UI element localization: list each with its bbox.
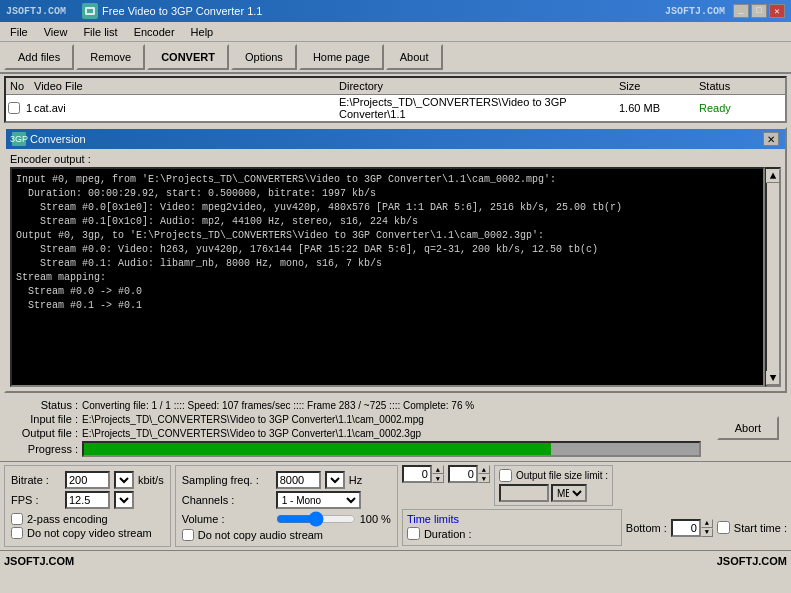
- twopass-label: 2-pass encoding: [27, 513, 108, 525]
- fps-input[interactable]: [65, 491, 110, 509]
- close-button[interactable]: ✕: [769, 4, 785, 18]
- volume-label: Volume :: [182, 513, 272, 525]
- bottom-brand-left: JSOFTJ.COM: [4, 555, 74, 567]
- progress-bar-fill: [84, 443, 551, 455]
- duration-checkbox[interactable]: [407, 527, 420, 540]
- file-size-input[interactable]: [499, 484, 549, 502]
- menu-encoder[interactable]: Encoder: [126, 24, 183, 40]
- top-spinboxes: ▲ ▼ ▲ ▼: [402, 465, 490, 483]
- bottom-spin-box: ▲ ▼: [671, 519, 713, 537]
- add-files-button[interactable]: Add files: [4, 44, 74, 70]
- bottom-spin-input[interactable]: [671, 519, 701, 537]
- dialog-title-bar: 3GP Conversion ✕: [6, 129, 785, 149]
- bitrate-unit: kbit/s: [138, 474, 164, 486]
- duration-label: Duration :: [424, 528, 472, 540]
- col-size: Size: [615, 80, 695, 92]
- menu-filelist[interactable]: File list: [75, 24, 125, 40]
- channels-select[interactable]: 1 - Mono: [276, 491, 361, 509]
- maximize-button[interactable]: □: [751, 4, 767, 18]
- time-limits-group: Time limits Duration :: [402, 509, 622, 546]
- title-bar-brand-left: JSOFTJ.COM: [6, 6, 66, 17]
- col-status: Status: [695, 80, 765, 92]
- svg-rect-1: [87, 9, 93, 13]
- menu-bar: File View File list Encoder Help: [0, 22, 791, 42]
- minimize-button[interactable]: _: [733, 4, 749, 18]
- nocopy-video-checkbox[interactable]: [11, 527, 23, 539]
- row-size: 1.60 MB: [615, 102, 695, 114]
- right-settings: ▲ ▼ ▲ ▼ Output file size limit :: [402, 465, 787, 547]
- encoder-output[interactable]: Input #0, mpeg, from 'E:\Projects_TD\_CO…: [10, 167, 765, 387]
- sampling-unit: Hz: [349, 474, 362, 486]
- dialog-body: Encoder output : Input #0, mpeg, from 'E…: [6, 149, 785, 391]
- spin-box-1: ▲ ▼: [402, 465, 444, 483]
- start-time-checkbox[interactable]: [717, 521, 730, 534]
- scroll-down-button[interactable]: ▼: [766, 371, 780, 385]
- status-label: Status :: [8, 399, 78, 411]
- start-time-group: Start time :: [717, 521, 787, 534]
- abort-button[interactable]: Abort: [717, 416, 779, 440]
- bottom-spinbox-group: Bottom : ▲ ▼: [626, 519, 713, 537]
- title-bar-brand-right: JSOFTJ.COM: [665, 6, 725, 17]
- spin-up-2[interactable]: ▲: [478, 465, 490, 474]
- bitrate-select[interactable]: ▼: [114, 471, 134, 489]
- dialog-icon: 3GP: [12, 132, 26, 146]
- bottom-label: Bottom :: [626, 522, 667, 534]
- scroll-up-button[interactable]: ▲: [766, 169, 780, 183]
- mb-select[interactable]: MB: [551, 484, 587, 502]
- sampling-label: Sampling freq. :: [182, 474, 272, 486]
- video-settings-group: Bitrate : ▼ kbit/s FPS : ▼ 2-pass encodi…: [4, 465, 171, 547]
- progress-label: Progress :: [8, 443, 78, 455]
- convert-button[interactable]: CONVERT: [147, 44, 229, 70]
- output-size-group: Output file size limit : MB: [494, 465, 613, 506]
- output-size-checkbox[interactable]: [499, 469, 512, 482]
- nocopy-video-label: Do not copy video stream: [27, 527, 152, 539]
- bottom-spin-up[interactable]: ▲: [701, 519, 713, 528]
- twopass-checkbox[interactable]: [11, 513, 23, 525]
- table-row[interactable]: 1 cat.avi E:\Projects_TD\_CONVERTERS\Vid…: [6, 95, 785, 121]
- conversion-dialog: 3GP Conversion ✕ Encoder output : Input …: [4, 127, 787, 393]
- app-icon: [82, 3, 98, 19]
- col-file: Video File: [30, 80, 335, 92]
- progress-bar-container: [82, 441, 701, 457]
- about-button[interactable]: About: [386, 44, 443, 70]
- row-dir: E:\Projects_TD\_CONVERTERS\Video to 3GP …: [335, 96, 615, 120]
- homepage-button[interactable]: Home page: [299, 44, 384, 70]
- nocopy-audio-checkbox[interactable]: [182, 529, 194, 541]
- menu-help[interactable]: Help: [183, 24, 222, 40]
- file-table: No Video File Directory Size Status 1 ca…: [4, 76, 787, 123]
- bitrate-label: Bitrate :: [11, 474, 61, 486]
- menu-view[interactable]: View: [36, 24, 76, 40]
- row-status: Ready: [695, 102, 765, 114]
- col-scroll: [765, 80, 785, 92]
- start-time-label: Start time :: [734, 522, 787, 534]
- bottom-brand-right: JSOFTJ.COM: [717, 555, 787, 567]
- volume-slider[interactable]: [276, 511, 356, 527]
- fps-select[interactable]: ▼: [114, 491, 134, 509]
- file-table-header: No Video File Directory Size Status: [6, 78, 785, 95]
- sampling-input[interactable]: [276, 471, 321, 489]
- options-button[interactable]: Options: [231, 44, 297, 70]
- spin-up-1[interactable]: ▲: [432, 465, 444, 474]
- row-no: 1: [6, 102, 30, 114]
- menu-file[interactable]: File: [2, 24, 36, 40]
- input-label: Input file :: [8, 413, 78, 425]
- dialog-close-button[interactable]: ✕: [763, 132, 779, 146]
- time-limits-title: Time limits: [407, 513, 617, 525]
- remove-button[interactable]: Remove: [76, 44, 145, 70]
- conversion-dialog-container: 3GP Conversion ✕ Encoder output : Input …: [0, 125, 791, 395]
- spin-down-2[interactable]: ▼: [478, 474, 490, 483]
- spin-down-1[interactable]: ▼: [432, 474, 444, 483]
- col-dir: Directory: [335, 80, 615, 92]
- row-checkbox[interactable]: [8, 102, 20, 114]
- row-file: cat.avi: [30, 102, 335, 114]
- spin-input-1[interactable]: [402, 465, 432, 483]
- nocopy-audio-label: Do not copy audio stream: [198, 529, 323, 541]
- input-value: E:\Projects_TD\_CONVERTERS\Video to 3GP …: [82, 414, 701, 425]
- encoder-output-label: Encoder output :: [10, 153, 781, 165]
- output-size-label: Output file size limit :: [516, 470, 608, 481]
- sampling-select[interactable]: ▼: [325, 471, 345, 489]
- spin-box-2: ▲ ▼: [448, 465, 490, 483]
- bitrate-input[interactable]: [65, 471, 110, 489]
- spin-input-2[interactable]: [448, 465, 478, 483]
- bottom-spin-down[interactable]: ▼: [701, 528, 713, 537]
